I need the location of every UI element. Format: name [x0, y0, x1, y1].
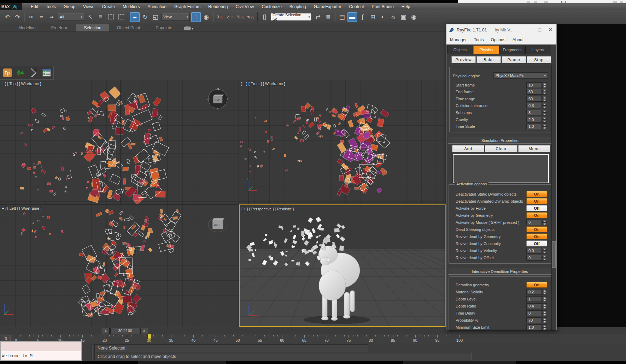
menu-item-modifiers[interactable]: Modifiers — [119, 4, 144, 10]
listener-text[interactable]: Welcome to M — [1, 351, 81, 360]
menu-item-print-studio[interactable]: Print Studio — [368, 4, 398, 10]
viewport-left-label[interactable]: + ] [ Left ] [ Wireframe ] — [2, 206, 41, 210]
maxscript-mini-listener[interactable]: Welcome to M — [0, 341, 82, 361]
spinner-value[interactable]: 70 — [526, 317, 542, 323]
rayfire-menu-tools[interactable]: Tools — [470, 37, 487, 42]
viewcube-top[interactable]: N W E S TOP — [206, 86, 229, 111]
menu-item-help[interactable]: Help — [398, 4, 414, 10]
menu-item-scripting[interactable]: Scripting — [286, 4, 310, 10]
menu-item-civil-view[interactable]: Civil View — [232, 4, 258, 10]
simulation-properties-header[interactable]: - Simulation Properties — [448, 137, 552, 144]
mirror-icon[interactable]: ⇄ — [313, 12, 323, 22]
rayfire-scrollbar[interactable] — [551, 65, 556, 330]
toggle-deactivated-static-dynamic-objects[interactable]: On — [526, 191, 547, 197]
select-by-name-icon[interactable]: ≡ — [96, 12, 105, 22]
rayfire-menu-options[interactable]: Options — [487, 37, 509, 42]
clear-button[interactable]: Clear — [485, 145, 517, 152]
toggle-demolish-geometry[interactable]: On — [526, 282, 547, 288]
spinner-arrows[interactable] — [542, 117, 547, 123]
viewport-perspective-label[interactable]: [ + ] [ Perspective ] [ Realistic ] — [241, 207, 294, 211]
spinner-arrows[interactable] — [542, 124, 547, 129]
spinner-value[interactable]: 50 — [526, 96, 542, 102]
menu-item-animation[interactable]: Animation — [144, 4, 170, 10]
spinner-arrows[interactable] — [542, 82, 547, 88]
use-pivot-center-icon[interactable]: ↑ — [191, 12, 201, 22]
previous-frame-button[interactable]: < — [102, 328, 110, 334]
minimize-icon[interactable]: — — [524, 24, 534, 35]
rotate-icon[interactable]: ↻ — [140, 12, 150, 22]
reference-coordinate-dropdown[interactable]: View▾ — [162, 13, 190, 21]
viewport-perspective[interactable]: [ + ] [ Perspective ] [ Realistic ] z — [239, 204, 446, 327]
forest-pack-icon[interactable]: Fp — [1, 67, 13, 79]
material-editor-icon[interactable]: ◐ — [378, 12, 388, 22]
menu-item-views[interactable]: Views — [79, 4, 98, 10]
rayfire-menu-about[interactable]: About — [509, 37, 527, 42]
menu-item-content[interactable]: Content — [345, 4, 368, 10]
spinner-value[interactable]: 1.0 — [526, 324, 542, 330]
rayfire-tab-layers[interactable]: Layers — [525, 46, 551, 54]
spinner-snap-icon[interactable]: ⇅∩ — [246, 12, 256, 22]
ribbon-config-icon[interactable]: ▾ — [184, 26, 194, 30]
spinner-arrows[interactable] — [542, 220, 547, 225]
viewport-left[interactable]: + ] [ Left ] [ Wireframe ] — [0, 204, 239, 327]
ribbon-tab-modeling[interactable]: Modeling — [11, 24, 43, 31]
schematic-view-icon[interactable]: ⊞ — [368, 12, 378, 22]
curve-editor-icon[interactable]: ∫ — [358, 12, 367, 22]
named-selection-set-dropdown[interactable]: Create Selection Se▾ — [271, 13, 312, 21]
bake-button[interactable]: Bake — [476, 56, 501, 63]
menu-item-tools[interactable]: Tools — [42, 4, 60, 10]
viewport-top-label[interactable]: + ] [ Top ] [ Wireframe ] — [2, 82, 41, 86]
stop-button[interactable]: Stop — [527, 56, 551, 63]
ribbon-tab-selection[interactable]: Selection — [76, 24, 109, 31]
spinner-arrows[interactable] — [542, 317, 547, 323]
list-manager-icon[interactable] — [41, 67, 52, 79]
spinner-value[interactable]: 60 — [526, 89, 542, 95]
viewport-splitter-horizontal[interactable] — [0, 204, 446, 204]
menu-button[interactable]: Menu — [518, 145, 550, 152]
ribbon-tab-populate[interactable]: Populate — [148, 24, 180, 31]
spinner-value[interactable]: 0 — [526, 255, 542, 261]
status-splitter[interactable] — [92, 344, 93, 361]
spinner-value[interactable]: 0.2 — [526, 289, 542, 295]
crossing-select-icon[interactable] — [116, 12, 126, 22]
viewport-front[interactable]: [ + ] [ Front ] [ Wireframe ] z — [239, 80, 446, 204]
maximize-icon[interactable]: ▢ — [534, 24, 545, 35]
spinner-arrows[interactable] — [542, 324, 547, 330]
menu-item-graph-editors[interactable]: Graph Editors — [170, 4, 204, 10]
spinner-arrows[interactable] — [542, 103, 547, 108]
ribbon-tab-freeform[interactable]: Freeform — [43, 24, 76, 31]
toggle-activate-by-geometry[interactable]: On — [526, 212, 547, 218]
redo-icon[interactable]: ↷ — [13, 12, 22, 22]
spinner-value[interactable]: 0.4 — [526, 303, 542, 309]
toggle-activate-by-force[interactable]: Off — [526, 205, 547, 211]
viewcube-left[interactable]: LEFT — [207, 215, 228, 234]
next-frame-button[interactable]: > — [140, 328, 148, 334]
rendered-frame-window-icon[interactable]: ▣ — [399, 12, 408, 22]
ribbon-tab-object-paint[interactable]: Object Paint — [109, 24, 148, 31]
menu-item-customize[interactable]: Customize — [258, 4, 286, 10]
render-setup-icon[interactable]: ☼ — [388, 12, 398, 22]
tools-icon[interactable] — [28, 67, 39, 79]
toggle-deactivated-animated-dynamic-objects[interactable]: On — [526, 198, 547, 204]
toggle-dead-sleeping-objects[interactable]: On — [526, 226, 547, 232]
spinner-value[interactable]: 0 — [526, 310, 542, 316]
spinner-value[interactable]: 1 — [526, 296, 542, 302]
preview-button[interactable]: Preview — [451, 56, 476, 63]
rayfire-tab-fragments[interactable]: Fragments — [499, 46, 525, 54]
spinner-value[interactable]: 0 — [526, 220, 542, 225]
forest-trees-icon[interactable] — [14, 67, 26, 79]
time-slider-marker[interactable] — [148, 334, 151, 339]
move-icon[interactable]: ＋ — [130, 12, 140, 22]
spinner-arrows[interactable] — [542, 248, 547, 253]
edit-named-selection-sets-icon[interactable]: {} — [260, 12, 269, 22]
ribbon-toggle-icon[interactable]: ▬ — [347, 12, 357, 22]
menu-item-group[interactable]: Group — [60, 4, 79, 10]
simulation-properties-list[interactable] — [453, 154, 549, 183]
viewport-splitter-vertical[interactable] — [239, 80, 239, 327]
close-icon[interactable]: ✕ — [545, 24, 556, 35]
undo-icon[interactable]: ↶ — [2, 12, 12, 22]
spinner-arrows[interactable] — [542, 255, 547, 261]
rayfire-scrollbar-thumb[interactable] — [552, 241, 556, 268]
scale-icon[interactable]: ◱ — [151, 12, 160, 22]
select-link-icon[interactable]: ∞ — [27, 12, 36, 22]
